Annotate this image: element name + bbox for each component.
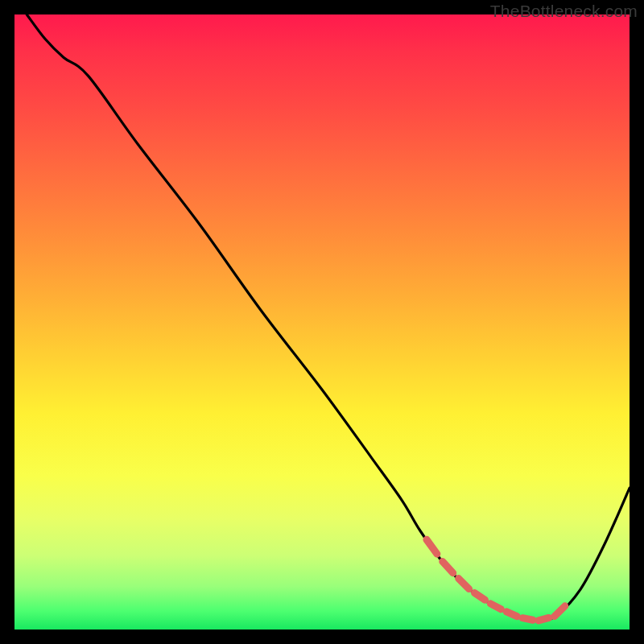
chart-frame: TheBottleneck.com — [0, 0, 644, 644]
optimal-dash — [506, 612, 517, 617]
optimal-dash — [443, 562, 453, 573]
watermark-text: TheBottleneck.com — [490, 2, 638, 21]
bottleneck-curve — [27, 14, 630, 621]
optimal-dash — [459, 579, 469, 589]
optimal-dash — [474, 592, 485, 600]
optimal-dash — [539, 617, 549, 620]
optimal-dash — [490, 604, 501, 609]
chart-curve-layer — [14, 14, 630, 630]
optimal-dash — [522, 618, 533, 621]
optimal-range-dashes — [427, 539, 565, 621]
optimal-dash — [555, 606, 565, 617]
optimal-dash — [427, 539, 437, 554]
